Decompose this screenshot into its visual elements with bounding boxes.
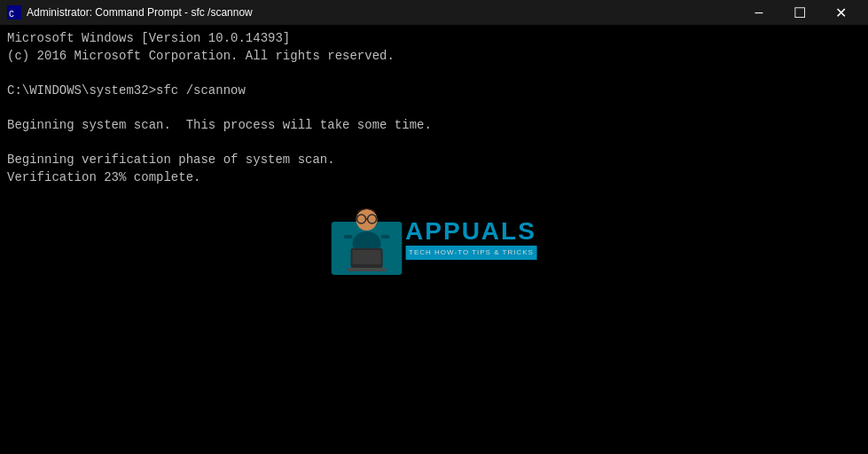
watermark: APPUALS TECH HOW-TO TIPS & TRICKS xyxy=(331,204,537,275)
watermark-tagline: TECH HOW-TO TIPS & TRICKS xyxy=(405,246,537,259)
svg-text:C: C xyxy=(9,10,14,20)
svg-rect-5 xyxy=(343,235,352,239)
watermark-figure xyxy=(331,204,402,275)
svg-point-4 xyxy=(352,231,380,256)
terminal-line: Beginning verification phase of system s… xyxy=(7,152,861,169)
terminal-line xyxy=(7,99,861,117)
terminal-line: Beginning system scan. This process will… xyxy=(7,117,861,135)
terminal-body: Microsoft Windows [Version 10.0.14393](c… xyxy=(0,25,868,454)
title-bar-text: Administrator: Command Prompt - sfc /sca… xyxy=(27,6,739,19)
title-bar: C Administrator: Command Prompt - sfc /s… xyxy=(0,0,868,25)
terminal-line: (c) 2016 Microsoft Corporation. All righ… xyxy=(7,48,861,66)
svg-rect-6 xyxy=(380,235,389,239)
maximize-button[interactable]: ☐ xyxy=(779,0,820,25)
svg-rect-7 xyxy=(350,248,382,268)
minimize-button[interactable]: – xyxy=(739,0,779,25)
terminal-output: Microsoft Windows [Version 10.0.14393](c… xyxy=(7,30,861,186)
svg-point-10 xyxy=(356,215,365,223)
svg-point-11 xyxy=(367,215,376,223)
watermark-text: APPUALS TECH HOW-TO TIPS & TRICKS xyxy=(405,219,537,259)
terminal-line xyxy=(7,65,861,82)
terminal-line xyxy=(7,135,861,153)
terminal-line: Verification 23% complete. xyxy=(7,169,861,187)
cmd-icon: C xyxy=(7,5,21,20)
svg-rect-2 xyxy=(331,222,402,275)
terminal-line: Microsoft Windows [Version 10.0.14393] xyxy=(7,30,861,48)
close-button[interactable]: ✕ xyxy=(820,0,861,25)
svg-rect-9 xyxy=(347,268,386,271)
terminal-line: C:\WINDOWS\system32>sfc /scannow xyxy=(7,82,861,100)
svg-rect-8 xyxy=(352,250,380,264)
svg-point-3 xyxy=(356,209,377,231)
watermark-appname: APPUALS xyxy=(405,219,537,244)
title-bar-controls: – ☐ ✕ xyxy=(739,0,861,25)
